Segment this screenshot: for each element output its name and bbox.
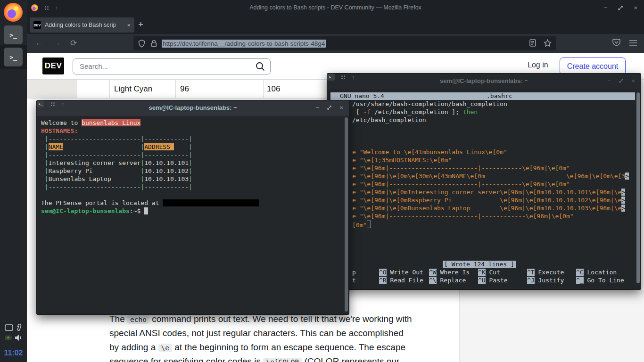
table-border xyxy=(263,80,264,98)
volume-icon[interactable] xyxy=(15,334,23,341)
search-icon[interactable] xyxy=(255,61,265,72)
display-icon[interactable] xyxy=(5,324,13,331)
nano-shortcut: ^\ Replace xyxy=(429,277,466,284)
terminal-launcher-2[interactable]: >_ xyxy=(4,48,23,66)
paperclip-icon[interactable] xyxy=(15,323,23,332)
search-box xyxy=(73,58,271,74)
lock-icon[interactable] xyxy=(151,40,157,47)
bookmark-star-icon[interactable] xyxy=(544,39,552,47)
forward-button[interactable]: → xyxy=(53,38,61,48)
terminal-launcher-1[interactable]: >_ xyxy=(4,25,23,44)
table-border xyxy=(175,80,176,98)
nano-header-bar: GNU nano 5.4 .bashrc xyxy=(330,92,635,100)
restore-button[interactable] xyxy=(618,5,623,11)
pocket-icon[interactable] xyxy=(612,39,620,46)
nano-shortcut: ^K Cut xyxy=(478,269,500,276)
clock: 11:02 xyxy=(0,349,27,357)
table-border xyxy=(109,80,110,98)
tab-label: Adding colors to Bash scrip xyxy=(45,22,125,28)
reader-view-icon[interactable] xyxy=(529,39,536,47)
battery-icon[interactable] xyxy=(5,335,13,341)
firefox-icon xyxy=(4,3,23,22)
navigation-bar: ← → ⟳ https://dev.to/ifenna__/adding-col… xyxy=(27,34,644,53)
color-name-cell: Light Cyan xyxy=(114,80,175,98)
scrollbar-thumb[interactable] xyxy=(345,117,348,312)
color-swatch-cell xyxy=(27,80,77,98)
minimize-button[interactable]: − xyxy=(604,4,608,11)
firefox-titlebar: ↑ Adding colors to Bash scripts - DEV Co… xyxy=(27,0,644,16)
reload-button[interactable]: ⟳ xyxy=(70,38,77,48)
nano-filename: .bashrc xyxy=(487,92,512,99)
nano-shortcut: ^W Where Is xyxy=(429,269,470,276)
dock: >_ >_ 11:02 xyxy=(0,0,27,362)
window-title: Adding colors to Bash scripts - DEV Comm… xyxy=(27,4,644,11)
nano-shortcut: ^O Write Out xyxy=(379,269,423,276)
nano-editor-content[interactable]: /usr/share/bash-completion/bash_completi… xyxy=(352,100,629,229)
tab-close-icon[interactable]: × xyxy=(127,22,131,29)
login-link[interactable]: Log in xyxy=(528,61,548,69)
window-title: sem@IC-laptop-bunsenlabs: ~ xyxy=(37,104,349,111)
nano-cursor xyxy=(367,221,371,228)
new-tab-button[interactable]: + xyxy=(138,19,143,30)
minimize-button[interactable]: − xyxy=(608,77,611,84)
tab-active[interactable]: DEV Adding colors to Bash scrip × xyxy=(30,17,134,33)
back-button[interactable]: ← xyxy=(35,38,43,48)
nano-shortcut: ^U Paste xyxy=(478,277,508,284)
search-input[interactable] xyxy=(79,59,255,74)
window-title: sem@IC-laptop-bunsenlabs: ~ xyxy=(327,77,641,84)
nano-terminal-window: >_ ↑ sem@IC-laptop-bunsenlabs: ~ − × GNU… xyxy=(327,73,641,290)
nano-shortcut: ^R Read File xyxy=(379,277,423,284)
restore-button[interactable] xyxy=(619,78,624,83)
url-text[interactable]: https://dev.to/ifenna__/adding-colors-to… xyxy=(162,40,326,48)
terminal-icon: >_ xyxy=(9,32,17,39)
nano-shortcut: ^T Execute xyxy=(527,269,564,276)
close-button[interactable]: × xyxy=(339,104,343,111)
close-button[interactable]: × xyxy=(634,4,637,11)
color-table-row: Light Cyan 96 106 xyxy=(27,79,357,99)
nano-shortcut-fragment: t xyxy=(352,277,356,284)
fg-code-cell: 96 xyxy=(180,80,263,98)
create-account-button[interactable]: Create account xyxy=(560,58,626,75)
page-right-rail xyxy=(459,290,644,362)
tracking-protection-icon[interactable] xyxy=(138,40,145,48)
url-bar[interactable]: https://dev.to/ifenna__/adding-colors-to… xyxy=(133,36,556,50)
dev-favicon: DEV xyxy=(33,21,41,29)
restore-button[interactable] xyxy=(327,105,332,110)
nano-shortcut: ^_ Go To Line xyxy=(576,277,624,284)
nano-titlebar[interactable]: >_ ↑ sem@IC-laptop-bunsenlabs: ~ − × xyxy=(327,74,641,89)
firefox-launcher[interactable] xyxy=(4,3,23,22)
minimize-button[interactable]: − xyxy=(316,104,320,111)
terminal-window: >_ ↑ sem@IC-laptop-bunsenlabs: ~ − × Wel… xyxy=(36,100,349,315)
nano-shortcut: ^C Location xyxy=(576,269,617,276)
nano-version: GNU nano 5.4 xyxy=(340,92,384,99)
terminal-icon: >_ xyxy=(9,54,17,61)
nano-status-message: [ Wrote 124 lines ] xyxy=(443,261,516,268)
nano-shortcut-fragment: p xyxy=(352,269,356,276)
terminal-output[interactable]: Welcome to bunsenlabs LinuxHOSTNAMES: |-… xyxy=(41,119,259,215)
empty-cell xyxy=(77,80,109,98)
article-paragraph: The echo command prints out text. We nee… xyxy=(109,314,449,362)
scrollbar-thumb[interactable] xyxy=(636,92,640,283)
dev-logo[interactable]: DEV xyxy=(42,58,64,74)
close-button[interactable]: × xyxy=(631,77,635,84)
terminal-titlebar[interactable]: >_ ↑ sem@IC-laptop-bunsenlabs: ~ − × xyxy=(37,100,349,116)
tab-bar: DEV Adding colors to Bash scrip × + xyxy=(27,16,644,34)
menu-hamburger-icon[interactable] xyxy=(629,40,637,46)
nano-shortcut: ^J Justify xyxy=(527,277,564,284)
